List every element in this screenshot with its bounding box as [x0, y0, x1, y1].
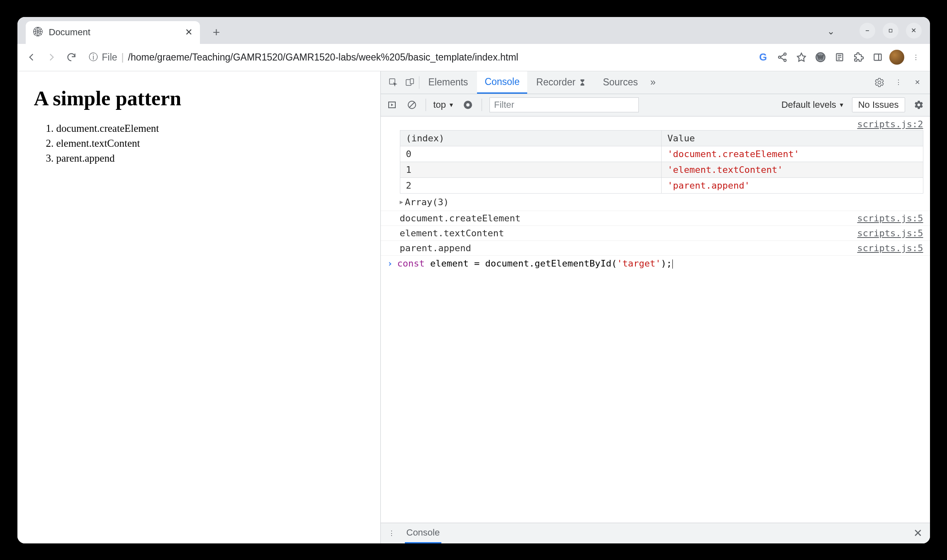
bookmark-star-icon[interactable]: [793, 49, 810, 65]
svg-line-6: [780, 58, 784, 60]
back-button[interactable]: [23, 49, 40, 65]
profile-avatar[interactable]: [889, 49, 905, 65]
toggle-sidebar-icon[interactable]: [386, 99, 398, 111]
source-link[interactable]: scripts.js:2: [381, 116, 930, 130]
console-table: (index) Value 0 'document.createElement'…: [400, 130, 923, 194]
devtools-close-icon[interactable]: ✕: [910, 75, 925, 90]
browser-tab[interactable]: 🌐︎ Document ✕: [26, 21, 200, 44]
table-row: 0 'document.createElement': [400, 146, 923, 162]
extensions-puzzle-icon[interactable]: [850, 49, 867, 65]
disclosure-triangle-icon: ▶: [400, 199, 403, 205]
source-link[interactable]: scripts.js:5: [857, 243, 923, 253]
svg-line-22: [409, 102, 414, 107]
address-bar[interactable]: ⓘ File | /home/graeme/Teaching/GAMR1520/…: [83, 48, 743, 66]
devtools-settings-icon[interactable]: [872, 75, 887, 90]
devtools-panel: Elements Console Recorder Sources » ⋮ ✕: [380, 71, 930, 543]
log-levels-selector[interactable]: Default levels ▼: [781, 99, 845, 110]
chrome-menu-icon[interactable]: ⋮: [908, 49, 924, 65]
table-header-value[interactable]: Value: [662, 130, 923, 146]
drawer-tab-console[interactable]: Console: [405, 523, 442, 543]
context-selector[interactable]: top ▼: [433, 99, 454, 110]
new-tab-button[interactable]: +: [208, 24, 225, 41]
table-row: 2 'parent.append': [400, 177, 923, 193]
drawer-menu-icon[interactable]: ⋮: [388, 529, 395, 537]
console-prompt[interactable]: › const element = document.getElementByI…: [381, 256, 930, 271]
extension-w-icon[interactable]: W: [812, 49, 829, 65]
array-expand-toggle[interactable]: ▶ Array(3): [381, 195, 930, 211]
clear-console-icon[interactable]: [406, 99, 418, 111]
list-item: parent.append: [56, 151, 364, 166]
devtools-menu-icon[interactable]: ⋮: [891, 75, 906, 90]
console-log-row: element.textContent scripts.js:5: [381, 226, 930, 241]
globe-icon: 🌐︎: [33, 27, 43, 38]
svg-rect-14: [874, 54, 881, 60]
minimize-button[interactable]: [859, 23, 875, 39]
prompt-chevron-icon: ›: [387, 258, 397, 269]
inspect-element-icon[interactable]: [386, 75, 401, 90]
tab-bar: 🌐︎ Document ✕ + ⌄ ✕: [17, 17, 930, 44]
tab-search-dropdown-icon[interactable]: ⌄: [827, 26, 835, 37]
svg-line-5: [780, 55, 784, 57]
close-window-button[interactable]: ✕: [906, 23, 922, 39]
list-item: document.createElement: [56, 121, 364, 136]
console-settings-icon[interactable]: [913, 99, 925, 111]
svg-marker-7: [797, 53, 806, 61]
side-panel-icon[interactable]: [869, 49, 886, 65]
svg-rect-1: [889, 29, 892, 32]
source-link[interactable]: scripts.js:5: [857, 228, 923, 238]
browser-window: 🌐︎ Document ✕ + ⌄ ✕ ⓘ File |: [17, 17, 930, 543]
svg-text:W: W: [817, 53, 823, 61]
browser-toolbar: ⓘ File | /home/graeme/Teaching/GAMR1520/…: [17, 44, 930, 71]
console-log-row: document.createElement scripts.js:5: [381, 211, 930, 226]
svg-rect-18: [410, 79, 414, 84]
devtools-drawer: ⋮ Console ✕: [381, 523, 930, 543]
reading-list-icon[interactable]: [831, 49, 848, 65]
url-path: /home/graeme/Teaching/GAMR1520/GAMR1520-…: [128, 52, 519, 63]
svg-marker-20: [391, 104, 393, 106]
console-output[interactable]: scripts.js:2 (index) Value 0 'document.c…: [381, 116, 930, 523]
toggle-device-icon[interactable]: [402, 75, 417, 90]
tab-recorder[interactable]: Recorder: [529, 71, 594, 94]
svg-point-24: [466, 103, 470, 107]
devtools-tab-bar: Elements Console Recorder Sources » ⋮ ✕: [381, 71, 930, 94]
window-controls: ✕: [859, 23, 922, 39]
live-expression-icon[interactable]: [462, 99, 474, 111]
drawer-close-icon[interactable]: ✕: [913, 527, 923, 540]
reload-button[interactable]: [63, 49, 80, 65]
source-link[interactable]: scripts.js:5: [857, 213, 923, 223]
page-list: document.createElement element.textConte…: [34, 121, 364, 166]
table-row: 1 'element.textContent': [400, 162, 923, 177]
tab-title: Document: [49, 27, 179, 38]
tab-sources[interactable]: Sources: [595, 71, 645, 94]
table-header-index[interactable]: (index): [400, 130, 662, 146]
issues-button[interactable]: No Issues: [852, 97, 905, 112]
google-search-icon[interactable]: G: [755, 49, 772, 65]
tab-elements[interactable]: Elements: [421, 71, 476, 94]
tab-console[interactable]: Console: [477, 71, 527, 94]
more-tabs-icon[interactable]: »: [647, 71, 659, 94]
list-item: element.textContent: [56, 136, 364, 151]
tab-close-icon[interactable]: ✕: [185, 27, 192, 38]
console-log-row: parent.append scripts.js:5: [381, 241, 930, 256]
console-toolbar: top ▼ Filter Default levels ▼ No Issues: [381, 94, 930, 116]
console-input[interactable]: const element = document.getElementById(…: [397, 258, 673, 269]
forward-button[interactable]: [43, 49, 60, 65]
url-scheme: File: [102, 52, 117, 63]
filter-input[interactable]: Filter: [489, 97, 639, 112]
maximize-button[interactable]: [883, 23, 898, 39]
page-viewport: A simple pattern document.createElement …: [17, 71, 380, 543]
share-icon[interactable]: [774, 49, 791, 65]
page-heading: A simple pattern: [34, 86, 364, 110]
site-info-icon[interactable]: ⓘ: [89, 51, 98, 63]
